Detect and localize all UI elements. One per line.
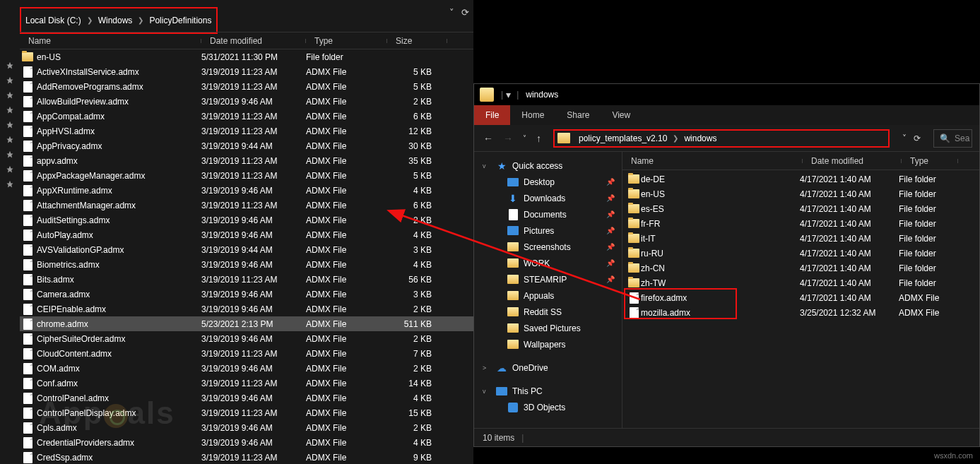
tab-file[interactable]: File	[474, 105, 510, 125]
file-row[interactable]: ControlPanelDisplay.admx 3/19/2019 11:23…	[20, 405, 473, 420]
file-row[interactable]: AVSValidationGP.admx 3/19/2019 9:44 AM A…	[20, 242, 473, 257]
pin-icon[interactable]	[0, 162, 20, 177]
pin-icon[interactable]	[0, 177, 20, 191]
file-row[interactable]: CredentialProviders.admx 3/19/2019 9:46 …	[20, 435, 473, 450]
file-row[interactable]: AttachmentManager.admx 3/19/2019 11:23 A…	[20, 198, 473, 213]
pin-icon[interactable]	[0, 102, 20, 117]
forward-button[interactable]: →	[501, 133, 515, 144]
file-row[interactable]: AddRemovePrograms.admx 3/19/2019 11:23 A…	[20, 79, 473, 94]
search-input[interactable]: 🔍 Sea	[933, 129, 972, 148]
ribbon-tabs[interactable]: File Home Share View	[474, 105, 979, 125]
file-row[interactable]: Camera.admx 3/19/2019 9:46 AM ADMX File …	[20, 287, 473, 302]
column-headers-left[interactable]: Name Date modified Type Size	[20, 32, 473, 49]
up-button[interactable]: ↑	[534, 133, 543, 144]
pin-icon[interactable]	[0, 88, 20, 102]
tree-node-folder[interactable]: STEAMRIP 📌	[474, 271, 622, 287]
breadcrumb-segment[interactable]: Local Disk (C:)	[21, 16, 85, 25]
expand-icon[interactable]: v	[483, 388, 491, 395]
tree-node-folder[interactable]: Screenshots 📌	[474, 239, 622, 255]
customize-icon[interactable]: ▾	[506, 89, 511, 100]
file-row[interactable]: Cpls.admx 3/19/2019 9:46 AM ADMX File 2 …	[20, 420, 473, 435]
tree-node-folder[interactable]: Wallpapers	[474, 336, 622, 352]
file-row[interactable]: es-ES 4/17/2021 1:40 AM File folder	[622, 201, 979, 216]
file-row[interactable]: AppHVSI.admx 3/19/2019 11:23 AM ADMX Fil…	[20, 124, 473, 138]
tree-node-folder[interactable]: Saved Pictures	[474, 320, 622, 336]
tree-node-thispc[interactable]: v This PC	[474, 383, 622, 399]
breadcrumb-segment[interactable]: PolicyDefinitions	[145, 16, 216, 25]
file-row[interactable]: Conf.admx 3/19/2019 11:23 AM ADMX File 1…	[20, 376, 473, 391]
file-row[interactable]: AuditSettings.admx 3/19/2019 9:46 AM ADM…	[20, 213, 473, 227]
file-row[interactable]: zh-CN 4/17/2021 1:40 AM File folder	[622, 261, 979, 275]
tree-node-onedrive[interactable]: > ☁ OneDrive	[474, 359, 622, 376]
file-list-right[interactable]: Name Date modified Type de-DE 4/17/2021 …	[622, 152, 979, 428]
pin-icon[interactable]	[0, 147, 20, 162]
col-name[interactable]: Name	[622, 156, 803, 166]
col-type[interactable]: Type	[902, 156, 958, 166]
file-row[interactable]: ActiveXInstallService.admx 3/19/2019 11:…	[20, 64, 473, 79]
col-type[interactable]: Type	[306, 36, 387, 46]
file-row[interactable]: Biometrics.admx 3/19/2019 9:46 AM ADMX F…	[20, 257, 473, 272]
expand-icon[interactable]: v	[483, 162, 491, 169]
tab-view[interactable]: View	[601, 105, 642, 125]
file-row[interactable]: AllowBuildPreview.admx 3/19/2019 9:46 AM…	[20, 94, 473, 109]
file-row[interactable]: fr-FR 4/17/2021 1:40 AM File folder	[622, 216, 979, 231]
tree-node-documents[interactable]: Documents 📌	[474, 206, 622, 222]
breadcrumb-segment[interactable]: Windows	[94, 16, 137, 25]
refresh-icon[interactable]: ⟳	[461, 7, 469, 18]
file-row[interactable]: AppXRuntime.admx 3/19/2019 9:46 AM ADMX …	[20, 183, 473, 198]
col-date[interactable]: Date modified	[803, 156, 902, 166]
file-row[interactable]: ru-RU 4/17/2021 1:40 AM File folder	[622, 246, 979, 261]
address-bar-left[interactable]: Local Disk (C:) ❯ Windows ❯ PolicyDefini…	[0, 0, 473, 32]
address-bar-right[interactable]: policy_templates_v2.10 ❯ windows	[553, 129, 890, 148]
file-row[interactable]: en-US 5/31/2021 11:30 PM File folder	[20, 49, 473, 64]
file-row[interactable]: chrome.admx 5/23/2021 2:13 PM ADMX File …	[20, 316, 473, 331]
file-row[interactable]: zh-TW 4/17/2021 1:40 AM File folder	[622, 275, 979, 290]
file-row[interactable]: COM.admx 3/19/2019 9:46 AM ADMX File 2 K…	[20, 361, 473, 376]
pin-icon[interactable]	[0, 132, 20, 147]
dropdown-icon[interactable]: ˅	[902, 133, 907, 143]
back-button[interactable]: ←	[481, 133, 495, 144]
file-row[interactable]: firefox.admx 4/17/2021 1:40 AM ADMX File	[622, 290, 979, 305]
file-row[interactable]: AutoPlay.admx 3/19/2019 9:46 AM ADMX Fil…	[20, 227, 473, 242]
file-row[interactable]: AppPrivacy.admx 3/19/2019 9:44 AM ADMX F…	[20, 138, 473, 153]
tab-home[interactable]: Home	[510, 105, 555, 125]
file-row[interactable]: CipherSuiteOrder.admx 3/19/2019 9:46 AM …	[20, 331, 473, 346]
recent-dropdown[interactable]: ˅	[521, 134, 529, 142]
file-row[interactable]: appv.admx 3/19/2019 11:23 AM ADMX File 3…	[20, 153, 473, 168]
file-row[interactable]: mozilla.admx 3/25/2021 12:32 AM ADMX Fil…	[622, 305, 979, 320]
file-row[interactable]: CloudContent.admx 3/19/2019 11:23 AM ADM…	[20, 346, 473, 361]
tree-node-desktop[interactable]: Desktop 📌	[474, 174, 622, 190]
refresh-icon[interactable]: ⟳	[914, 133, 921, 143]
tree-node-downloads[interactable]: ⬇ Downloads 📌	[474, 190, 622, 206]
file-row[interactable]: AppCompat.admx 3/19/2019 11:23 AM ADMX F…	[20, 109, 473, 124]
breadcrumb-segment[interactable]: policy_templates_v2.10	[574, 133, 671, 143]
col-date[interactable]: Date modified	[201, 36, 306, 46]
expand-icon[interactable]: >	[483, 364, 491, 371]
breadcrumb-segment[interactable]: windows	[680, 133, 721, 143]
file-list-left[interactable]: en-US 5/31/2021 11:30 PM File folder Act…	[20, 49, 473, 464]
file-row[interactable]: en-US 4/17/2021 1:40 AM File folder	[622, 186, 979, 201]
file-row[interactable]: ControlPanel.admx 3/19/2019 9:46 AM ADMX…	[20, 391, 473, 405]
tree-node-folder[interactable]: Appuals	[474, 287, 622, 304]
file-row[interactable]: it-IT 4/17/2021 1:40 AM File folder	[622, 231, 979, 246]
tab-share[interactable]: Share	[555, 105, 601, 125]
file-row[interactable]: AppxPackageManager.admx 3/19/2019 11:23 …	[20, 168, 473, 183]
dropdown-icon[interactable]: ˅	[449, 7, 454, 18]
tree-node-pictures[interactable]: Pictures 📌	[474, 222, 622, 239]
file-row[interactable]: CredSsp.admx 3/19/2019 11:23 AM ADMX Fil…	[20, 450, 473, 464]
tree-node-folder[interactable]: WORK 📌	[474, 255, 622, 271]
tree-node-folder[interactable]: Reddit SS	[474, 304, 622, 320]
file-row[interactable]: CEIPEnable.admx 3/19/2019 9:46 AM ADMX F…	[20, 302, 473, 316]
pin-icon[interactable]	[0, 73, 20, 88]
pin-icon[interactable]	[0, 117, 20, 132]
pin-icon[interactable]	[0, 58, 20, 73]
titlebar[interactable]: | ▾ | windows	[474, 84, 979, 105]
col-name[interactable]: Name	[20, 36, 201, 46]
tree-node-objects[interactable]: 3D Objects	[474, 399, 622, 415]
col-size[interactable]: Size	[387, 36, 447, 46]
file-row[interactable]: de-DE 4/17/2021 1:40 AM File folder	[622, 172, 979, 186]
column-headers-right[interactable]: Name Date modified Type	[622, 152, 979, 170]
tree-node-quick[interactable]: v ★ Quick access	[474, 157, 622, 174]
file-row[interactable]: Bits.admx 3/19/2019 11:23 AM ADMX File 5…	[20, 272, 473, 287]
nav-tree[interactable]: v ★ Quick access Desktop 📌 ⬇ Downloads 📌…	[474, 152, 622, 428]
